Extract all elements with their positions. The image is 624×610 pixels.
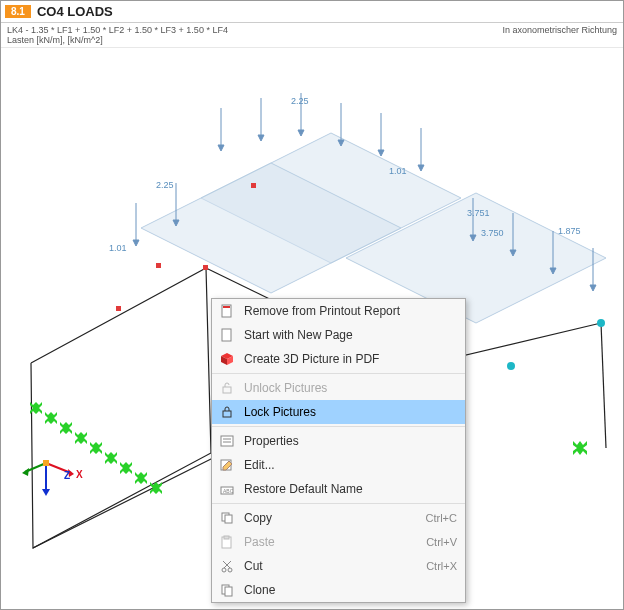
- menu-item-cut[interactable]: Cut Ctrl+X: [212, 554, 465, 578]
- shortcut: Ctrl+V: [426, 536, 457, 548]
- subheader: LK4 - 1.35 * LF1 + 1.50 * LF2 + 1.50 * L…: [1, 23, 623, 48]
- svg-rect-58: [223, 306, 230, 308]
- svg-line-29: [601, 323, 606, 448]
- cube-icon: [216, 352, 238, 366]
- header-bar: 8.1 CO4 LOADS: [1, 1, 623, 23]
- cut-icon: [216, 559, 238, 573]
- menu-item-start-new-page[interactable]: Start with New Page: [212, 323, 465, 347]
- load-label: 3.750: [481, 228, 504, 238]
- menu-item-create-3d-pdf[interactable]: Create 3D Picture in PDF: [212, 347, 465, 371]
- menu-item-restore-default-name[interactable]: ABC Restore Default Name: [212, 477, 465, 501]
- menu-separator: [212, 426, 465, 427]
- svg-point-76: [228, 568, 232, 572]
- menu-separator: [212, 373, 465, 374]
- unlock-icon: [216, 381, 238, 395]
- svg-point-75: [222, 568, 226, 572]
- svg-rect-37: [251, 183, 256, 188]
- svg-line-77: [224, 561, 231, 568]
- load-label: 2.25: [291, 96, 309, 106]
- menu-item-remove-from-printout[interactable]: Remove from Printout Report: [212, 299, 465, 323]
- menu-separator: [212, 503, 465, 504]
- svg-marker-51: [42, 489, 50, 496]
- load-label: 3.751: [467, 208, 490, 218]
- paste-icon: [216, 535, 238, 549]
- load-label: 1.875: [558, 226, 581, 236]
- restore-name-icon: ABC: [216, 482, 238, 496]
- svg-rect-59: [222, 329, 231, 341]
- edit-icon: [216, 458, 238, 472]
- menu-item-copy[interactable]: Copy Ctrl+C: [212, 506, 465, 530]
- svg-marker-43: [105, 452, 117, 464]
- svg-marker-39: [45, 412, 57, 424]
- svg-rect-36: [156, 263, 161, 268]
- menu-item-clone[interactable]: Clone: [212, 578, 465, 602]
- svg-marker-6: [258, 135, 264, 141]
- properties-icon: [216, 434, 238, 448]
- load-label: 2.25: [156, 180, 174, 190]
- section-badge: 8.1: [5, 5, 31, 18]
- svg-marker-42: [90, 442, 102, 454]
- view-mode-label: In axonometrischer Richtung: [502, 25, 617, 45]
- svg-rect-34: [203, 265, 208, 270]
- svg-point-32: [507, 362, 515, 370]
- menu-item-paste: Paste Ctrl+V: [212, 530, 465, 554]
- menu-item-edit[interactable]: Edit...: [212, 453, 465, 477]
- axis-x-label: X: [76, 469, 83, 480]
- svg-marker-14: [418, 165, 424, 171]
- shortcut: Ctrl+X: [426, 560, 457, 572]
- lock-icon: [216, 405, 238, 419]
- svg-marker-4: [218, 145, 224, 151]
- svg-rect-64: [223, 411, 231, 417]
- svg-marker-18: [133, 240, 139, 246]
- page-title: CO4 LOADS: [37, 4, 113, 19]
- clone-icon: [216, 583, 238, 597]
- page-icon: [216, 328, 238, 342]
- load-definition: LK4 - 1.35 * LF1 + 1.50 * LF2 + 1.50 * L…: [7, 25, 228, 45]
- shortcut: Ctrl+C: [426, 512, 457, 524]
- svg-marker-47: [573, 441, 587, 455]
- svg-rect-54: [43, 460, 49, 466]
- svg-marker-41: [75, 432, 87, 444]
- context-menu: Remove from Printout Report Start with N…: [211, 298, 466, 603]
- load-label: 1.01: [389, 166, 407, 176]
- copy-icon: [216, 511, 238, 525]
- menu-item-properties[interactable]: Properties: [212, 429, 465, 453]
- axis-widget: X Z: [16, 458, 86, 503]
- svg-line-78: [223, 561, 230, 568]
- svg-marker-8: [298, 130, 304, 136]
- svg-rect-74: [224, 536, 229, 539]
- remove-page-icon: [216, 304, 238, 318]
- menu-item-unlock-pictures: Unlock Pictures: [212, 376, 465, 400]
- menu-item-lock-pictures[interactable]: Lock Pictures: [212, 400, 465, 424]
- svg-rect-63: [223, 387, 231, 393]
- svg-marker-45: [135, 472, 147, 484]
- load-label: 1.01: [109, 243, 127, 253]
- axis-z-label: Z: [64, 470, 70, 481]
- svg-marker-44: [120, 462, 132, 474]
- svg-rect-72: [225, 515, 232, 523]
- svg-point-33: [597, 319, 605, 327]
- svg-marker-12: [378, 150, 384, 156]
- viewport-canvas[interactable]: 2.25 1.01 2.25 1.01 3.751 3.750 1.875 X …: [1, 48, 623, 610]
- svg-marker-53: [22, 468, 29, 476]
- svg-rect-80: [225, 587, 232, 596]
- svg-marker-26: [590, 285, 596, 291]
- svg-rect-65: [221, 436, 233, 446]
- svg-rect-35: [116, 306, 121, 311]
- svg-text:ABC: ABC: [223, 488, 234, 494]
- svg-marker-40: [60, 422, 72, 434]
